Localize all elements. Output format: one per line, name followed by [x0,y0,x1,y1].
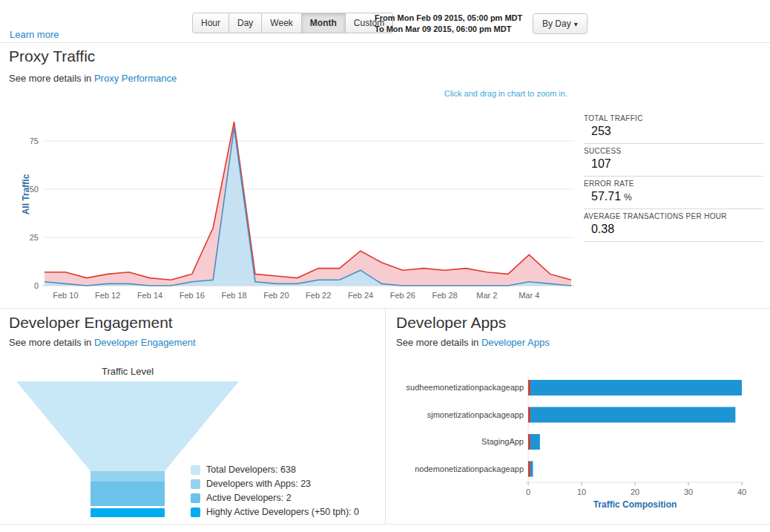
developer-engagement-subtitle: See more details in Developer Engagement [9,337,196,348]
svg-text:Feb 12: Feb 12 [95,291,120,300]
developer-engagement-link[interactable]: Developer Engagement [94,337,196,348]
analytics-dashboard: Learn more Hour Day Week Month Custom Fr… [0,0,770,532]
svg-text:Feb 14: Feb 14 [137,291,162,300]
svg-text:Feb 18: Feb 18 [221,291,246,300]
section-divider [0,42,770,43]
learn-more-link[interactable]: Learn more [10,29,59,40]
svg-text:10: 10 [577,487,586,496]
svg-text:Feb 10: Feb 10 [53,291,78,300]
svg-text:30: 30 [684,487,693,496]
svg-text:Feb 26: Feb 26 [390,291,415,300]
legend-item-total-developers: Total Developers: 638 [191,464,359,475]
proxy-traffic-chart[interactable]: 0255075Feb 10Feb 12Feb 14Feb 16Feb 18Feb… [22,102,580,303]
stat-avg-tph: AVERAGE TRANSACTIONS PER HOUR 0.38 [584,209,763,242]
funnel-title: Traffic Level [16,366,239,377]
svg-text:Mar 4: Mar 4 [519,291,539,300]
funnel-legend: Total Developers: 638 Developers with Ap… [191,464,359,521]
developer-engagement-title: Developer Engagement [9,314,173,332]
legend-item-active-developers: Active Developers: 2 [191,493,359,503]
svg-text:Traffic Composition: Traffic Composition [593,499,677,510]
svg-text:nodemonetizationpackageapp: nodemonetizationpackageapp [415,464,524,473]
svg-text:sudheemonetizationpackageapp: sudheemonetizationpackageapp [407,383,524,392]
range-week-button[interactable]: Week [262,13,301,33]
developer-apps-bar-chart: 010203040sudheemonetizationpackageappsjm… [393,372,764,521]
caret-down-icon: ▾ [574,20,578,28]
svg-text:StagingApp: StagingApp [481,437,524,446]
date-range-to: To Mon Mar 09 2015, 06:00 pm MDT [375,24,522,35]
proxy-traffic-subtitle: See more details in Proxy Performance [9,73,177,84]
svg-text:40: 40 [737,487,746,496]
by-day-dropdown[interactable]: By Day▾ [533,13,588,34]
proxy-performance-link[interactable]: Proxy Performance [94,73,177,84]
legend-item-developers-with-apps: Developers with Apps: 23 [191,479,359,489]
developer-apps-subtitle: See more details in Developer Apps [396,337,550,348]
svg-text:Feb 22: Feb 22 [306,291,331,300]
stat-success: SUCCESS 107 [584,144,763,177]
svg-text:50: 50 [30,185,39,194]
developer-apps-link[interactable]: Developer Apps [481,337,550,348]
column-divider [385,309,386,525]
legend-swatch [191,465,200,475]
traffic-stats-panel: TOTAL TRAFFIC 253 SUCCESS 107 ERROR RATE… [584,111,763,242]
svg-text:sjmonetizationpackageapp: sjmonetizationpackageapp [427,410,524,419]
svg-text:0: 0 [526,487,530,496]
range-hour-button[interactable]: Hour [192,13,229,33]
stat-total-traffic: TOTAL TRAFFIC 253 [584,111,763,144]
svg-text:25: 25 [30,233,39,242]
legend-swatch [191,493,200,503]
legend-swatch [191,479,200,489]
legend-item-highly-active-developers: Highly Active Developers (+50 tph): 0 [191,507,359,517]
range-day-button[interactable]: Day [229,13,262,33]
stat-error-rate: ERROR RATE 57.71% [584,177,763,209]
legend-swatch [191,508,200,517]
time-range-button-group: Hour Day Week Month Custom [192,13,393,33]
svg-text:0: 0 [34,281,39,290]
developer-apps-title: Developer Apps [396,314,506,332]
svg-text:Feb 24: Feb 24 [348,291,373,300]
section-divider [0,524,770,525]
svg-text:Mar 2: Mar 2 [476,291,497,300]
zoom-hint: Click and drag in chart to zoom in. [444,89,567,98]
svg-text:20: 20 [631,487,639,496]
svg-text:Feb 28: Feb 28 [432,291,457,300]
proxy-traffic-title: Proxy Traffic [9,47,95,65]
svg-text:75: 75 [30,137,39,145]
svg-text:Feb 20: Feb 20 [263,291,289,300]
range-month-button[interactable]: Month [302,13,346,33]
svg-text:Feb 16: Feb 16 [180,291,205,300]
date-range: From Mon Feb 09 2015, 05:00 pm MDT To Mo… [375,13,522,35]
date-range-from: From Mon Feb 09 2015, 05:00 pm MDT [375,13,522,24]
